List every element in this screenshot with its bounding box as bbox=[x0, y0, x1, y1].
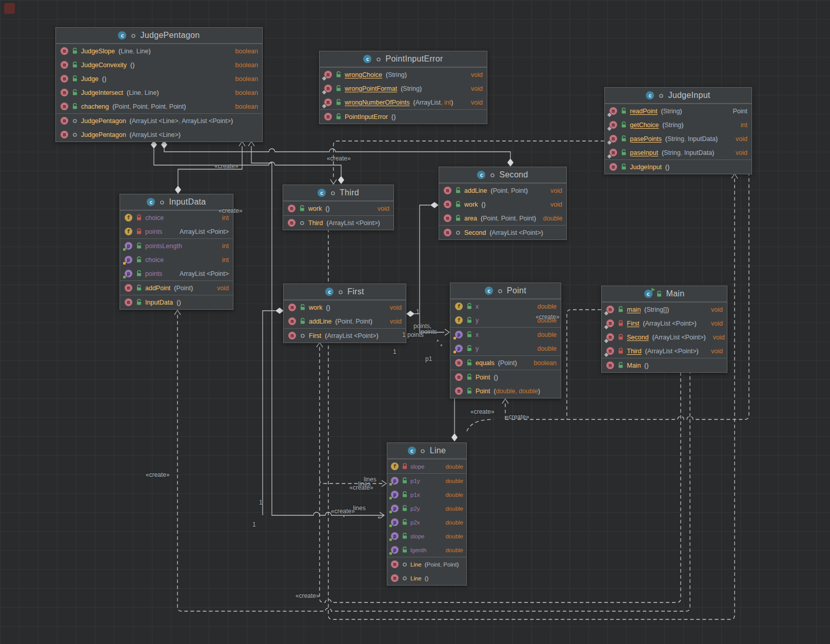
accessor-dot bbox=[389, 552, 392, 555]
member-row[interactable]: mchacheng(Point, Point, Point, Point)boo… bbox=[56, 99, 262, 113]
class-box-Main[interactable]: cMainmmain(String[])voidmFirst(ArrayList… bbox=[601, 286, 727, 373]
class-box-JudgePentagon[interactable]: cJudgePentagonmJudgeSlope(Line, Line)boo… bbox=[55, 27, 263, 142]
member-row[interactable]: mJudgePentagon(ArrayList <Line>, ArrayLi… bbox=[56, 114, 262, 128]
class-header[interactable]: cPointInputError bbox=[320, 51, 487, 67]
member-row[interactable]: fxdouble bbox=[450, 299, 561, 313]
member-row[interactable]: plgenthdouble bbox=[387, 543, 466, 557]
member-row[interactable]: pxdouble bbox=[450, 328, 561, 341]
class-box-JudgeInput[interactable]: cJudgeInputmreadPoint(String)PointmgetCh… bbox=[604, 87, 752, 174]
member-row[interactable]: mwrongChoice(String)void bbox=[320, 68, 487, 82]
member-row[interactable]: ppointsLengthint bbox=[120, 239, 233, 253]
class-header[interactable]: cPoint bbox=[450, 283, 561, 299]
member-row[interactable]: mFirst(ArrayList <Point>) bbox=[284, 329, 406, 343]
member-section: fchoiceintfpointsArrayList <Point> bbox=[120, 210, 233, 238]
member-section: pp1ydoublepp1xdoublepp2ydoublepp2xdouble… bbox=[387, 473, 466, 557]
member-section: mPointInputError() bbox=[320, 109, 487, 124]
member-row[interactable]: pslopedouble bbox=[387, 529, 466, 543]
member-row[interactable]: mPointInputError() bbox=[320, 110, 487, 124]
member-row[interactable]: mwrongPointFormat(String)void bbox=[320, 82, 487, 95]
class-header[interactable]: cJudgeInput bbox=[605, 88, 752, 104]
visibility-package-icon bbox=[401, 491, 408, 498]
method-icon: m bbox=[288, 332, 296, 339]
member-row[interactable]: pp1ydouble bbox=[387, 474, 466, 488]
member-row[interactable]: mSecond(ArrayList <Point>) bbox=[439, 226, 566, 239]
member-row[interactable]: mMain() bbox=[602, 358, 727, 372]
member-row[interactable]: marea(Point, Point, Point)double bbox=[439, 211, 566, 225]
class-icon: c bbox=[318, 189, 326, 197]
member-params: (ArrayList, int) bbox=[413, 99, 453, 106]
edge-label: * bbox=[343, 514, 345, 521]
member-row[interactable]: mPoint(double, double) bbox=[450, 384, 561, 398]
class-box-Line[interactable]: cLinefslopedoublepp1ydoublepp1xdoublepp2… bbox=[387, 442, 467, 586]
member-row[interactable]: maddLine(Point, Point)void bbox=[439, 184, 566, 197]
member-row[interactable]: mFirst(ArrayList <Point>)void bbox=[602, 316, 727, 330]
member-row[interactable]: mpaseInput(String, InputData)void bbox=[605, 146, 752, 159]
field-icon: f bbox=[455, 316, 463, 324]
member-row[interactable]: mJudgeConvexity()boolean bbox=[56, 58, 262, 72]
class-header[interactable]: cMain bbox=[602, 286, 727, 302]
member-row[interactable]: mSecond(ArrayList <Point>)void bbox=[602, 330, 727, 344]
member-row[interactable]: mJudge()boolean bbox=[56, 72, 262, 86]
member-params: (String) bbox=[661, 108, 682, 115]
member-row[interactable]: mJudgeIntersect(Line, Line)boolean bbox=[56, 86, 262, 99]
member-row[interactable]: mJudgeInput() bbox=[605, 160, 752, 174]
member-row[interactable]: mwork()void bbox=[439, 197, 566, 211]
class-header[interactable]: cSecond bbox=[439, 167, 566, 183]
class-header[interactable]: cJudgePentagon bbox=[56, 28, 262, 44]
member-row[interactable]: maddPoint(Point)void bbox=[120, 281, 233, 295]
class-header[interactable]: cInputData bbox=[120, 194, 233, 210]
class-box-PointInputError[interactable]: cPointInputErrormwrongChoice(String)void… bbox=[319, 51, 487, 124]
visibility-package-icon bbox=[299, 205, 305, 212]
visibility-package-icon bbox=[454, 215, 461, 222]
member-row[interactable]: mPoint() bbox=[450, 370, 561, 384]
member-name: p1y bbox=[410, 478, 420, 484]
member-row[interactable]: pp2ydouble bbox=[387, 501, 466, 515]
member-row[interactable]: fslopedouble bbox=[387, 459, 466, 473]
member-section: mSecond(ArrayList <Point>) bbox=[439, 225, 566, 239]
member-row[interactable]: mwrongNumberOfPoints(ArrayList, int)void bbox=[320, 95, 487, 109]
member-row[interactable]: mwork()void bbox=[284, 300, 406, 314]
member-section: mThird(ArrayList <Point>) bbox=[283, 215, 393, 230]
member-row[interactable]: mThird(ArrayList <Point>)void bbox=[602, 344, 727, 358]
member-name: y bbox=[476, 345, 479, 352]
member-row[interactable]: mmain(String[])void bbox=[602, 303, 727, 316]
member-row[interactable]: mequals(Point)boolean bbox=[450, 356, 561, 370]
member-row[interactable]: maddLine(Point, Point)void bbox=[284, 314, 406, 328]
class-header[interactable]: cFirst bbox=[284, 284, 406, 300]
visibility-package-icon bbox=[466, 374, 472, 380]
member-row[interactable]: mThird(ArrayList <Point>) bbox=[283, 216, 393, 230]
method-icon: m bbox=[606, 333, 614, 341]
class-box-Second[interactable]: cSecondmaddLine(Point, Point)voidmwork()… bbox=[439, 167, 567, 240]
property-icon: p bbox=[391, 477, 399, 485]
member-row[interactable]: mgetChoice(String)int bbox=[605, 118, 752, 132]
member-return-type: boolean bbox=[231, 103, 259, 110]
member-name: Point bbox=[476, 374, 490, 381]
member-row[interactable]: mLine() bbox=[387, 571, 466, 585]
member-row[interactable]: pp2xdouble bbox=[387, 515, 466, 529]
member-row[interactable]: mwork()void bbox=[283, 202, 393, 215]
class-header[interactable]: cLine bbox=[387, 443, 466, 459]
member-row[interactable]: fpointsArrayList <Point> bbox=[120, 225, 233, 238]
member-row[interactable]: mreadPoint(String)Point bbox=[605, 104, 752, 118]
member-return-type: void bbox=[546, 187, 562, 194]
uml-diagram-canvas[interactable]: cJudgePentagonmJudgeSlope(Line, Line)boo… bbox=[0, 0, 830, 644]
visibility-package-icon bbox=[454, 201, 461, 208]
member-row[interactable]: ppointsArrayList <Point> bbox=[120, 267, 233, 280]
member-row[interactable]: mJudgeSlope(Line, Line)boolean bbox=[56, 44, 262, 58]
member-row[interactable]: pydouble bbox=[450, 341, 561, 355]
member-return-type: void bbox=[213, 285, 229, 292]
member-row[interactable]: fchoiceint bbox=[120, 211, 233, 225]
member-row[interactable]: pp1xdouble bbox=[387, 488, 466, 501]
member-section: mLine(Point, Point)mLine() bbox=[387, 557, 466, 585]
class-box-Third[interactable]: cThirdmwork()voidmThird(ArrayList <Point… bbox=[283, 185, 394, 230]
class-box-First[interactable]: cFirstmwork()voidmaddLine(Point, Point)v… bbox=[283, 284, 406, 343]
visibility-package-icon bbox=[620, 122, 627, 128]
member-row[interactable]: mLine(Point, Point) bbox=[387, 557, 466, 571]
member-row[interactable]: mJudgePentagon(ArrayList <Line>) bbox=[56, 128, 262, 142]
class-header[interactable]: cThird bbox=[283, 185, 393, 201]
member-row[interactable]: mInputData() bbox=[120, 295, 233, 309]
class-box-Point[interactable]: cPointfxdoublefydoublepxdoublepydoubleme… bbox=[450, 283, 561, 398]
member-row[interactable]: pchoiceint bbox=[120, 253, 233, 267]
class-box-InputData[interactable]: cInputDatafchoiceintfpointsArrayList <Po… bbox=[120, 194, 233, 310]
member-row[interactable]: mpasePoints(String, InputData)void bbox=[605, 132, 752, 146]
